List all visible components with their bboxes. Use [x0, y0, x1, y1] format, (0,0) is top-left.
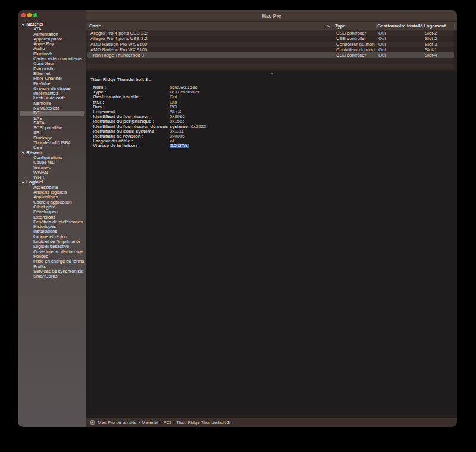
sidebar-item-cadre-d-application[interactable]: Cadre d'application: [20, 200, 84, 205]
sidebar-item-anciens-logiciels[interactable]: Anciens logiciels: [20, 190, 84, 195]
sidebar-item-stockage[interactable]: Stockage: [20, 136, 84, 141]
sidebar-section-label: Réseau: [26, 151, 42, 155]
detail-value-selected[interactable]: 2.5 GT/s: [170, 144, 189, 148]
sidebar-item-fen-tres-de-pr-f-rences[interactable]: Fenêtres de préférences: [20, 220, 84, 225]
sidebar-item-appareil-photo[interactable]: Appareil photo: [20, 37, 84, 42]
sidebar-item-accessibilit[interactable]: Accessibilité: [20, 185, 84, 190]
table-row-empty[interactable]: [87, 58, 454, 63]
cell-gestionnaire-install: Oui: [378, 42, 421, 47]
sidebar-item-logiciel-de-l-imprimante[interactable]: Logiciel de l'imprimante: [20, 239, 84, 244]
column-separator[interactable]: [333, 23, 333, 29]
sidebar-item-sata[interactable]: SATA: [20, 121, 84, 126]
zoom-button[interactable]: [33, 13, 37, 17]
column-separator[interactable]: [454, 23, 455, 29]
sidebar-item-firewire[interactable]: FireWire: [20, 82, 84, 86]
sidebar-item-gravure-de-disque[interactable]: Gravure de disque: [20, 86, 84, 91]
breadcrumb-item-mac-pro-de-arrakis[interactable]: Mac Pro de arrakis: [98, 420, 136, 425]
sidebar-item-wwan[interactable]: WWAN: [20, 170, 84, 175]
cell-logement: Slot-2: [425, 36, 453, 41]
breadcrumb-item-titan-ridge-thunderbolt-3[interactable]: Titan Ridge Thunderbolt 3: [176, 420, 230, 425]
sidebar-item-applications[interactable]: Applications: [20, 195, 84, 199]
sidebar-item-alimentation[interactable]: Alimentation: [20, 32, 84, 37]
sidebar-item-nvmexpress[interactable]: NVMExpress: [20, 106, 84, 111]
sidebar-item-sas[interactable]: SAS: [20, 116, 84, 121]
table-row-amd-radeon-pro-wx-9100-3[interactable]: AMD Radeon Pro WX 9100Contrôleur du moni…: [87, 47, 454, 52]
table-row-empty[interactable]: [87, 64, 454, 69]
table-row-allegro-pro-4-ports-usb-3-2-0[interactable]: Allegro Pro 4 ports USB 3.2USB controlle…: [87, 30, 454, 36]
column-header-type[interactable]: Type: [335, 22, 346, 30]
cell-carte: AMD Radeon Pro WX 9100: [90, 42, 328, 47]
sidebar-item-fibre-channel[interactable]: Fibre Channel: [20, 76, 84, 81]
sidebar-item-spi[interactable]: SPI: [20, 131, 84, 136]
sidebar-item-client-g-r[interactable]: Client géré: [20, 205, 84, 210]
mac-pro-icon: [90, 420, 95, 425]
sidebar-item-smartcards[interactable]: SmartCards: [20, 274, 84, 279]
pane-splitter[interactable]: [86, 71, 457, 75]
sidebar-item-polices[interactable]: Polices: [20, 254, 84, 259]
status-bar: Mac Pro de arrakis›Matériel›PCI›Titan Ri…: [86, 417, 457, 427]
sidebar-section-mat-riel[interactable]: Matériel: [20, 22, 84, 27]
sidebar-item-audio[interactable]: Audio: [20, 46, 84, 51]
sidebar: MatérielATAAlimentationAppareil photoApp…: [18, 10, 86, 427]
sidebar-item-logiciel-d-sactiv[interactable]: Logiciel désactivé: [20, 244, 84, 249]
column-header-carte[interactable]: Carte: [89, 22, 101, 30]
sidebar-item-ata[interactable]: ATA: [20, 27, 84, 32]
sidebar-item-d-veloppeur[interactable]: Développeur: [20, 210, 84, 214]
table-row-allegro-pro-4-ports-usb-3-2-1[interactable]: Allegro Pro 4 ports USB 3.2USB controlle…: [87, 36, 454, 41]
sidebar-item-thunderbolt-usb4[interactable]: Thunderbolt/USB4: [20, 141, 84, 145]
sidebar-item-configurations[interactable]: Configurations: [20, 155, 84, 160]
sidebar-item-imprimantes[interactable]: Imprimantes: [20, 91, 84, 96]
sidebar-item-prise-en-charge-du-forma[interactable]: Prise en charge du forma...: [20, 259, 84, 264]
table-header: CarteTypeGestionnaire installéLogement: [86, 21, 457, 30]
column-separator[interactable]: [376, 23, 377, 29]
minimize-button[interactable]: [27, 13, 32, 17]
detail-row-type: Type :USB controller: [86, 90, 457, 95]
column-header-logement[interactable]: Logement: [424, 22, 446, 30]
sidebar-item-ethernet[interactable]: Ethernet: [20, 71, 84, 76]
breadcrumb-item-mat-riel[interactable]: Matériel: [142, 420, 158, 425]
cell-type: Contrôleur du moniteur: [336, 47, 375, 52]
table-row-amd-radeon-pro-wx-9100-2[interactable]: AMD Radeon Pro WX 9100Contrôleur du moni…: [87, 42, 454, 47]
table-row-titan-ridge-thunderbolt-3-4[interactable]: Titan Ridge Thunderbolt 3USB controllerO…: [87, 52, 454, 58]
sidebar-item-lecteur-de-carte[interactable]: Lecteur de carte: [20, 96, 84, 101]
sidebar-item-diagnostic[interactable]: Diagnostic: [20, 67, 84, 71]
cell-gestionnaire-install: Oui: [378, 47, 421, 52]
sidebar-item-ouverture-au-d-marrage[interactable]: Ouverture au démarrage: [20, 250, 84, 254]
sidebar-item-cartes-vid-o-moniteurs[interactable]: Cartes vidéo / moniteurs: [20, 57, 84, 61]
sidebar-item-profils[interactable]: Profils: [20, 264, 84, 269]
sidebar-item-wi-fi[interactable]: Wi-Fi: [20, 175, 84, 180]
sidebar-item-installations[interactable]: Installations: [20, 229, 84, 234]
detail-value[interactable]: 0x2222: [191, 124, 206, 129]
sidebar-section-logiciel[interactable]: Logiciel: [20, 180, 84, 185]
sidebar-item-historiques[interactable]: Historiques: [20, 225, 84, 229]
cell-carte: Allegro Pro 4 ports USB 3.2: [90, 30, 328, 36]
sidebar-item-bluetooth[interactable]: Bluetooth: [20, 52, 84, 57]
sidebar-item-volumes[interactable]: Volumes: [20, 166, 84, 170]
detail-row-bus: Bus :PCI: [86, 105, 457, 110]
detail-pane: Titan Ridge Thunderbolt 3 : Nom :pci8086…: [86, 75, 457, 417]
sidebar-item-contr-leur[interactable]: Contrôleur: [20, 61, 84, 66]
sidebar-item-services-de-synchronisat[interactable]: Services de synchronisat...: [20, 269, 84, 274]
sidebar-item-apple-pay[interactable]: Apple Pay: [20, 42, 84, 46]
breadcrumb-item-pci[interactable]: PCI: [163, 420, 171, 425]
column-header-gestionnaire-install[interactable]: Gestionnaire installé: [377, 22, 423, 30]
sidebar-item-scsi-parall-le[interactable]: SCSI parallèle: [20, 126, 84, 130]
cell-logement: Slot-1: [425, 47, 453, 52]
sidebar-item-coupe-feu[interactable]: Coupe-feu: [20, 160, 84, 165]
content-pane: Mac Pro CarteTypeGestionnaire installéLo…: [86, 10, 457, 427]
sidebar-item-extensions[interactable]: Extensions: [20, 215, 84, 220]
column-separator[interactable]: [422, 23, 423, 29]
sidebar-section-label: Matériel: [26, 22, 43, 27]
sidebar-section-r-seau[interactable]: Réseau: [20, 151, 84, 155]
sidebar-item-pci[interactable]: PCI: [20, 111, 84, 116]
system-information-window: MatérielATAAlimentationAppareil photoApp…: [18, 10, 457, 427]
close-button[interactable]: [21, 13, 26, 17]
detail-row-nom: Nom :pci8086,15ec: [86, 85, 457, 90]
chevron-down-icon: [21, 151, 25, 154]
cell-logement: Slot-3: [425, 42, 453, 47]
sidebar-item-usb[interactable]: USB: [20, 145, 84, 150]
chevron-down-icon: [21, 180, 25, 184]
title-bar[interactable]: Mac Pro: [86, 10, 457, 21]
sidebar-item-langue-et-r-gion[interactable]: Langue et région: [20, 235, 84, 239]
sidebar-item-m-moire[interactable]: Mémoire: [20, 101, 84, 106]
